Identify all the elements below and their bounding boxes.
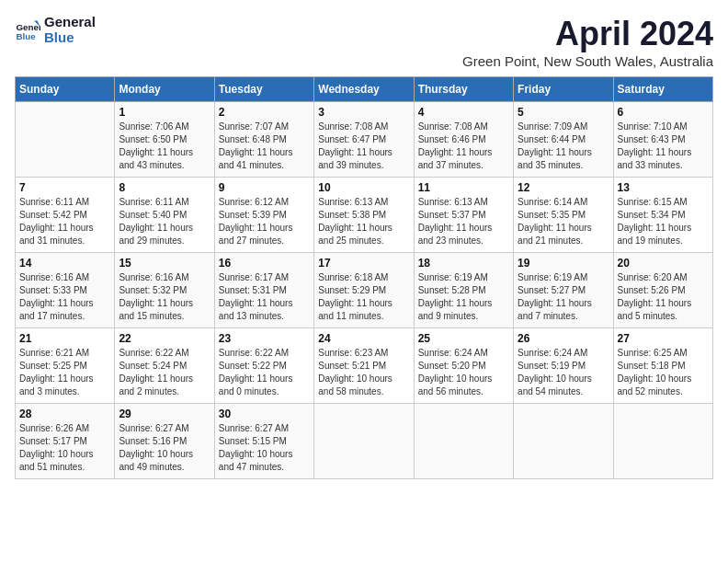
day-number: 22: [119, 332, 210, 345]
day-info: Sunrise: 6:17 AMSunset: 5:31 PMDaylight:…: [219, 271, 310, 323]
calendar-cell: 14Sunrise: 6:16 AMSunset: 5:33 PMDayligh…: [16, 253, 115, 328]
calendar-cell: 27Sunrise: 6:25 AMSunset: 5:18 PMDayligh…: [613, 328, 712, 404]
day-number: 8: [119, 181, 210, 194]
day-info: Sunrise: 6:27 AMSunset: 5:15 PMDaylight:…: [219, 422, 310, 474]
calendar-cell: 29Sunrise: 6:27 AMSunset: 5:16 PMDayligh…: [115, 404, 214, 479]
day-info: Sunrise: 7:08 AMSunset: 6:47 PMDaylight:…: [318, 121, 409, 172]
calendar-body: 1Sunrise: 7:06 AMSunset: 6:50 PMDaylight…: [16, 102, 713, 479]
day-info: Sunrise: 6:19 AMSunset: 5:27 PMDaylight:…: [518, 271, 609, 323]
calendar-cell: 21Sunrise: 6:21 AMSunset: 5:25 PMDayligh…: [16, 328, 115, 404]
calendar-cell: 24Sunrise: 6:23 AMSunset: 5:21 PMDayligh…: [314, 328, 414, 404]
day-info: Sunrise: 6:23 AMSunset: 5:21 PMDaylight:…: [318, 347, 409, 398]
day-info: Sunrise: 6:24 AMSunset: 5:19 PMDaylight:…: [518, 347, 609, 398]
calendar-table: SundayMondayTuesdayWednesdayThursdayFrid…: [15, 76, 713, 479]
day-header-friday: Friday: [514, 77, 613, 102]
day-number: 23: [219, 332, 310, 345]
day-number: 2: [219, 106, 310, 119]
logo: General Blue General Blue: [15, 15, 96, 45]
day-number: 11: [418, 181, 509, 194]
month-title: April 2024: [462, 15, 713, 53]
day-number: 4: [418, 106, 509, 119]
calendar-cell: 9Sunrise: 6:12 AMSunset: 5:39 PMDaylight…: [214, 178, 313, 253]
calendar-cell: 12Sunrise: 6:14 AMSunset: 5:35 PMDayligh…: [514, 178, 613, 253]
day-info: Sunrise: 6:11 AMSunset: 5:40 PMDaylight:…: [119, 196, 210, 247]
day-number: 25: [418, 332, 509, 345]
day-number: 14: [19, 257, 110, 270]
day-info: Sunrise: 7:07 AMSunset: 6:48 PMDaylight:…: [219, 121, 310, 172]
calendar-cell: 8Sunrise: 6:11 AMSunset: 5:40 PMDaylight…: [115, 178, 214, 253]
calendar-cell: [16, 102, 115, 178]
day-number: 21: [19, 332, 110, 345]
calendar-cell: 30Sunrise: 6:27 AMSunset: 5:15 PMDayligh…: [214, 404, 313, 479]
logo-line1: General: [44, 15, 96, 30]
calendar-cell: 20Sunrise: 6:20 AMSunset: 5:26 PMDayligh…: [613, 253, 712, 328]
day-number: 6: [618, 106, 709, 119]
day-info: Sunrise: 6:24 AMSunset: 5:20 PMDaylight:…: [418, 347, 509, 398]
location-title: Green Point, New South Wales, Australia: [462, 53, 713, 69]
day-number: 27: [618, 332, 709, 345]
calendar-cell: 17Sunrise: 6:18 AMSunset: 5:29 PMDayligh…: [314, 253, 414, 328]
day-number: 13: [618, 181, 709, 194]
day-info: Sunrise: 6:16 AMSunset: 5:33 PMDaylight:…: [19, 271, 110, 323]
calendar-cell: 10Sunrise: 6:13 AMSunset: 5:38 PMDayligh…: [314, 178, 414, 253]
day-info: Sunrise: 6:21 AMSunset: 5:25 PMDaylight:…: [19, 347, 110, 398]
calendar-week-row: 21Sunrise: 6:21 AMSunset: 5:25 PMDayligh…: [16, 328, 713, 404]
day-info: Sunrise: 6:22 AMSunset: 5:24 PMDaylight:…: [119, 347, 210, 398]
day-header-tuesday: Tuesday: [214, 77, 313, 102]
day-info: Sunrise: 7:08 AMSunset: 6:46 PMDaylight:…: [418, 121, 509, 172]
day-number: 20: [618, 257, 709, 270]
calendar-week-row: 7Sunrise: 6:11 AMSunset: 5:42 PMDaylight…: [16, 178, 713, 253]
day-info: Sunrise: 7:09 AMSunset: 6:44 PMDaylight:…: [518, 121, 609, 172]
calendar-header-row: SundayMondayTuesdayWednesdayThursdayFrid…: [16, 77, 713, 102]
day-number: 24: [318, 332, 409, 345]
calendar-week-row: 28Sunrise: 6:26 AMSunset: 5:17 PMDayligh…: [16, 404, 713, 479]
calendar-cell: 22Sunrise: 6:22 AMSunset: 5:24 PMDayligh…: [115, 328, 214, 404]
calendar-cell: 15Sunrise: 6:16 AMSunset: 5:32 PMDayligh…: [115, 253, 214, 328]
day-header-thursday: Thursday: [414, 77, 513, 102]
title-area: April 2024 Green Point, New South Wales,…: [462, 15, 713, 69]
calendar-cell: 7Sunrise: 6:11 AMSunset: 5:42 PMDaylight…: [16, 178, 115, 253]
calendar-cell: 1Sunrise: 7:06 AMSunset: 6:50 PMDaylight…: [115, 102, 214, 178]
day-info: Sunrise: 6:13 AMSunset: 5:37 PMDaylight:…: [418, 196, 509, 247]
calendar-cell: [613, 404, 712, 479]
calendar-week-row: 14Sunrise: 6:16 AMSunset: 5:33 PMDayligh…: [16, 253, 713, 328]
day-number: 18: [418, 257, 509, 270]
day-info: Sunrise: 7:10 AMSunset: 6:43 PMDaylight:…: [618, 121, 709, 172]
calendar-cell: 16Sunrise: 6:17 AMSunset: 5:31 PMDayligh…: [214, 253, 313, 328]
day-header-sunday: Sunday: [16, 77, 115, 102]
calendar-cell: [314, 404, 414, 479]
day-number: 12: [518, 181, 609, 194]
day-header-monday: Monday: [115, 77, 214, 102]
calendar-cell: [514, 404, 613, 479]
day-number: 19: [518, 257, 609, 270]
day-info: Sunrise: 6:19 AMSunset: 5:28 PMDaylight:…: [418, 271, 509, 323]
day-number: 29: [119, 408, 210, 420]
calendar-cell: 19Sunrise: 6:19 AMSunset: 5:27 PMDayligh…: [514, 253, 613, 328]
calendar-cell: 3Sunrise: 7:08 AMSunset: 6:47 PMDaylight…: [314, 102, 414, 178]
calendar-cell: 25Sunrise: 6:24 AMSunset: 5:20 PMDayligh…: [414, 328, 513, 404]
logo-line2: Blue: [44, 30, 96, 46]
day-info: Sunrise: 6:27 AMSunset: 5:16 PMDaylight:…: [119, 422, 210, 474]
day-number: 10: [318, 181, 409, 194]
logo-icon: General Blue: [15, 17, 40, 43]
day-info: Sunrise: 6:12 AMSunset: 5:39 PMDaylight:…: [219, 196, 310, 247]
calendar-cell: 5Sunrise: 7:09 AMSunset: 6:44 PMDaylight…: [514, 102, 613, 178]
calendar-cell: [414, 404, 513, 479]
day-number: 30: [219, 408, 310, 420]
calendar-cell: 18Sunrise: 6:19 AMSunset: 5:28 PMDayligh…: [414, 253, 513, 328]
day-info: Sunrise: 6:26 AMSunset: 5:17 PMDaylight:…: [19, 422, 110, 474]
day-info: Sunrise: 6:15 AMSunset: 5:34 PMDaylight:…: [618, 196, 709, 247]
day-number: 28: [19, 408, 110, 420]
day-number: 3: [318, 106, 409, 119]
calendar-cell: 6Sunrise: 7:10 AMSunset: 6:43 PMDaylight…: [613, 102, 712, 178]
day-info: Sunrise: 6:18 AMSunset: 5:29 PMDaylight:…: [318, 271, 409, 323]
day-number: 9: [219, 181, 310, 194]
day-info: Sunrise: 6:14 AMSunset: 5:35 PMDaylight:…: [518, 196, 609, 247]
day-info: Sunrise: 6:20 AMSunset: 5:26 PMDaylight:…: [618, 271, 709, 323]
calendar-cell: 11Sunrise: 6:13 AMSunset: 5:37 PMDayligh…: [414, 178, 513, 253]
calendar-cell: 2Sunrise: 7:07 AMSunset: 6:48 PMDaylight…: [214, 102, 313, 178]
calendar-cell: 4Sunrise: 7:08 AMSunset: 6:46 PMDaylight…: [414, 102, 513, 178]
day-info: Sunrise: 7:06 AMSunset: 6:50 PMDaylight:…: [119, 121, 210, 172]
day-number: 16: [219, 257, 310, 270]
day-number: 26: [518, 332, 609, 345]
